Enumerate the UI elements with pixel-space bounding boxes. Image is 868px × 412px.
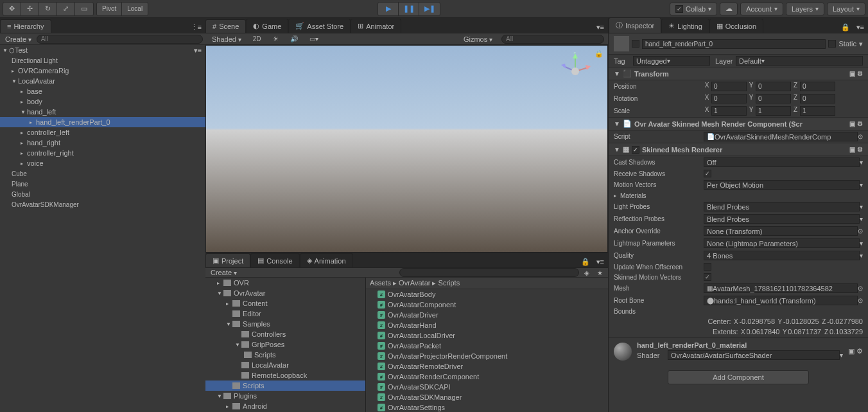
skinned-motion-checkbox[interactable]: ✓ <box>704 273 711 281</box>
folder-item[interactable]: ▼Plugins <box>205 391 365 401</box>
scene-tab[interactable]: #Scene <box>205 19 246 33</box>
save-search-icon[interactable]: ★ <box>595 269 605 276</box>
quality-dropdown[interactable]: 4 Bones <box>704 251 860 260</box>
tree-item[interactable]: ▸controller_right <box>0 148 205 158</box>
orientation-gizmo[interactable]: y <box>556 52 595 91</box>
pause-button[interactable]: ❚❚ <box>399 3 419 15</box>
panel-options-icon[interactable]: ▾≡ <box>593 256 608 267</box>
folder-item-selected[interactable]: Scripts <box>205 381 365 391</box>
cast-shadows-dropdown[interactable]: Off <box>704 157 860 167</box>
scene-search[interactable] <box>501 35 604 44</box>
create-button[interactable]: Create ▾ <box>3 35 34 43</box>
object-name-input[interactable] <box>642 39 826 49</box>
tree-item-selected[interactable]: ▸hand_left_renderPart_0 <box>0 117 205 127</box>
folder-item[interactable]: ▸OVR <box>205 278 365 288</box>
receive-shadows-checkbox[interactable]: ✓ <box>704 170 711 177</box>
folder-item[interactable]: Controllers <box>205 329 365 339</box>
root-bone-field[interactable]: ⬤ hands:l_hand_world (Transform) <box>704 296 858 305</box>
inspector-tab[interactable]: ⓘInspector <box>609 17 661 33</box>
cloud-button[interactable]: ☁ <box>720 3 738 15</box>
hand-tool[interactable]: ✥ <box>3 3 21 15</box>
tree-item[interactable]: ▼hand_left <box>0 107 205 117</box>
add-component-button[interactable]: Add Component <box>668 370 809 384</box>
create-button[interactable]: Create ▾ <box>208 269 239 276</box>
scl-x[interactable] <box>711 106 747 116</box>
occlusion-tab[interactable]: ▦Occlusion <box>709 19 763 33</box>
lighting-toggle[interactable]: ☀ <box>270 35 281 42</box>
lock-icon[interactable]: 🔒 <box>595 49 603 58</box>
tree-item[interactable]: ▸voice <box>0 158 205 168</box>
tree-item[interactable]: Global <box>0 189 205 199</box>
console-tab[interactable]: ▤Console <box>250 253 299 267</box>
lighting-tab[interactable]: ☀Lighting <box>661 19 709 33</box>
tree-item[interactable]: Directional Light <box>0 55 205 66</box>
pos-z[interactable] <box>800 82 835 91</box>
step-button[interactable]: ▶❚ <box>419 3 440 15</box>
filter-icon[interactable]: ◈ <box>582 269 592 276</box>
collab-dropdown[interactable]: ✓Collab ▾ <box>670 3 717 15</box>
move-tool[interactable]: ✢ <box>21 3 39 15</box>
audio-toggle[interactable]: 🔊 <box>288 35 300 42</box>
list-item[interactable]: #OvrAvatarDriver <box>366 310 608 320</box>
local-button[interactable]: Local <box>122 3 148 15</box>
game-tab[interactable]: ◐Game <box>246 19 288 33</box>
folder-item[interactable]: LocalAvatar <box>205 360 365 370</box>
scene-root[interactable]: ▼⬡ Test▾≡ <box>0 45 205 55</box>
light-probes-dropdown[interactable]: Blend Probes <box>704 202 860 211</box>
gizmos-dropdown[interactable]: Gizmos ▾ <box>461 35 495 43</box>
lightmap-params-field[interactable]: None (Lightmap Parameters) <box>704 238 860 248</box>
panel-options-icon[interactable]: ▾≡ <box>593 22 608 33</box>
folder-item[interactable]: Editor <box>205 309 365 319</box>
tree-item[interactable]: ▸OVRCameraRig <box>0 66 205 76</box>
smr-enabled[interactable]: ✓ <box>632 146 639 154</box>
folder-item[interactable]: Scripts <box>205 350 365 360</box>
panel-options-icon[interactable]: ⋮≡ <box>187 22 205 33</box>
tree-item[interactable]: ▸controller_left <box>0 127 205 138</box>
layer-dropdown[interactable]: Default ▾ <box>736 56 863 66</box>
tree-item[interactable]: ▸base <box>0 86 205 96</box>
static-checkbox[interactable] <box>828 40 836 48</box>
hierarchy-search[interactable] <box>37 35 203 44</box>
scl-y[interactable] <box>756 106 791 116</box>
tree-item[interactable]: Cube <box>0 168 205 179</box>
layout-dropdown[interactable]: Layout ▾ <box>827 3 865 15</box>
update-offscreen-checkbox[interactable] <box>704 263 711 271</box>
folder-item[interactable]: ▼OvrAvatar <box>205 288 365 298</box>
list-item[interactable]: #OvrAvatarSDKCAPI <box>366 382 608 392</box>
motion-vectors-dropdown[interactable]: Per Object Motion <box>704 180 860 190</box>
anchor-override-field[interactable]: None (Transform) <box>704 226 858 236</box>
play-button[interactable]: ▶ <box>378 3 399 15</box>
script-field[interactable]: 📄 OvrAvatarSkinnedMeshRenderComp <box>704 132 858 141</box>
folder-item[interactable]: ▼Samples <box>205 319 365 329</box>
pos-x[interactable] <box>711 82 747 91</box>
shaded-dropdown[interactable]: Shaded ▾ <box>209 35 244 43</box>
smr-header[interactable]: ▼ ▦ ✓ Skinned Mesh Renderer▣ ⚙ <box>609 143 868 156</box>
account-dropdown[interactable]: Account ▾ <box>740 3 783 15</box>
lock-icon[interactable]: 🔒 <box>838 22 853 33</box>
fx-toggle[interactable]: ▭▾ <box>307 35 321 42</box>
tree-item[interactable]: OvrAvatarSDKManager <box>0 199 205 210</box>
list-item[interactable]: #OvrAvatarHand <box>366 320 608 330</box>
shader-dropdown[interactable]: OvrAvatar/AvatarSurfaceShader <box>668 350 840 360</box>
list-item[interactable]: #OvrAvatarPacket <box>366 341 608 351</box>
layers-dropdown[interactable]: Layers ▾ <box>786 3 824 15</box>
scene-view[interactable]: y 🔒 <box>205 45 608 253</box>
animator-tab[interactable]: ⊞Animator <box>351 19 401 33</box>
animation-tab[interactable]: ◈Animation <box>300 253 353 267</box>
mesh-field[interactable]: ▦ AvatarMesh_17881621101782364582 <box>704 283 858 293</box>
list-item[interactable]: #OvrAvatarSDKManager <box>366 392 608 402</box>
rot-y[interactable] <box>756 94 791 103</box>
tree-item[interactable]: ▼LocalAvatar <box>0 76 205 86</box>
tag-dropdown[interactable]: Untagged ▾ <box>633 56 710 66</box>
tree-item[interactable]: ▸hand_right <box>0 138 205 148</box>
list-item[interactable]: #OvrAvatarBody <box>366 289 608 300</box>
tree-item[interactable]: ▸body <box>0 96 205 107</box>
breadcrumb[interactable]: Assets ▸ OvrAvatar ▸ Scripts <box>366 278 608 289</box>
rect-tool[interactable]: ▭ <box>75 3 93 15</box>
list-item[interactable]: #OvrAvatarRenderComponent <box>366 372 608 382</box>
transform-header[interactable]: ▼ ⬛ Transform▣ ⚙ <box>609 67 868 80</box>
pivot-button[interactable]: Pivot <box>97 3 122 15</box>
scale-tool[interactable]: ⤢ <box>57 3 75 15</box>
material-section[interactable]: hand_left_renderPart_0_material ShaderOv… <box>609 337 868 365</box>
list-item[interactable]: #OvrAvatarProjectorRenderComponent <box>366 351 608 361</box>
